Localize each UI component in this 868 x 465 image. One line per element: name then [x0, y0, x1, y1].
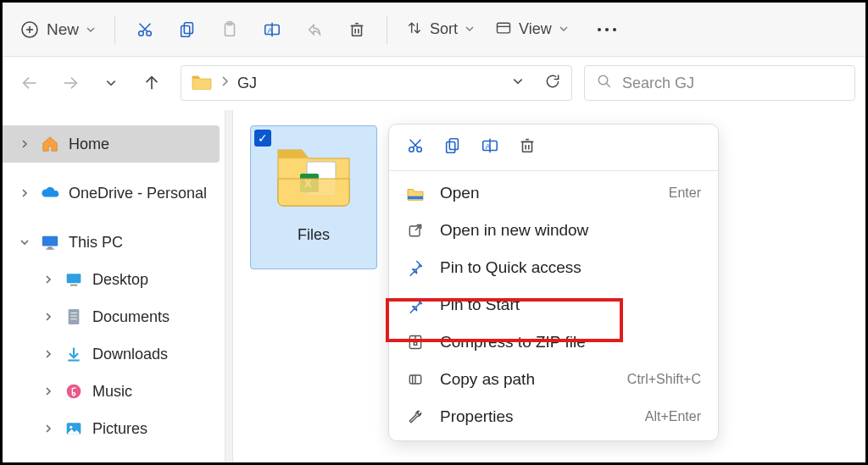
ctx-item-open[interactable]: Open Enter: [389, 174, 718, 212]
ctx-copy-button[interactable]: [443, 136, 462, 158]
ctx-cut-button[interactable]: [406, 136, 425, 158]
ctx-item-open-new-window[interactable]: Open in new window: [389, 212, 718, 249]
sidebar-item-label: Home: [69, 136, 109, 153]
sidebar-item-label: Desktop: [92, 271, 148, 289]
chevron-right-icon: [42, 423, 55, 434]
sidebar-item-documents[interactable]: Documents: [3, 298, 225, 335]
ctx-item-label: Compress to ZIP file: [440, 333, 586, 352]
file-item-label: Files: [298, 226, 330, 244]
sidebar-item-pictures[interactable]: Pictures: [3, 410, 225, 447]
svg-point-29: [598, 75, 608, 85]
breadcrumb-chevron-icon: [220, 75, 229, 91]
pane-divider[interactable]: [225, 110, 233, 462]
svg-line-30: [606, 83, 610, 87]
ctx-item-compress-zip[interactable]: Compress to ZIP file: [389, 324, 718, 361]
plus-circle-icon: [19, 19, 40, 40]
svg-point-23: [598, 28, 601, 31]
chevron-right-icon: [42, 274, 55, 285]
svg-rect-36: [69, 309, 80, 324]
sidebar-item-thispc[interactable]: This PC: [3, 224, 225, 261]
context-menu: A Open Enter Open in new window Pin to Q…: [388, 124, 719, 441]
chevron-down-icon: [86, 20, 96, 39]
svg-point-44: [70, 426, 72, 429]
chevron-down-icon: [559, 22, 569, 37]
ctx-delete-button[interactable]: [518, 136, 537, 158]
pin-icon: [406, 259, 425, 276]
view-label: View: [519, 20, 552, 38]
ctx-item-pin-quick-access[interactable]: Pin to Quick access: [389, 249, 718, 286]
open-folder-icon: [406, 185, 425, 201]
chevron-down-icon: [18, 238, 31, 246]
navigation-pane: Home OneDrive - Personal This PC: [3, 110, 225, 462]
cut-button[interactable]: [125, 15, 164, 44]
copy-button[interactable]: [168, 15, 207, 44]
sidebar-item-label: This PC: [69, 234, 123, 252]
delete-button[interactable]: [337, 15, 376, 44]
file-item-files[interactable]: ✓ X Files: [250, 125, 377, 269]
monitor-icon: [40, 234, 60, 251]
search-input[interactable]: Search GJ: [584, 65, 855, 101]
sidebar-item-onedrive[interactable]: OneDrive - Personal: [3, 174, 225, 212]
ctx-item-properties[interactable]: Properties Alt+Enter: [389, 398, 718, 435]
folder-thumbnail-icon: X: [273, 141, 354, 208]
music-icon: [64, 383, 84, 400]
sidebar-item-label: OneDrive - Personal: [69, 185, 207, 202]
pin-icon: [406, 296, 425, 313]
chevron-right-icon: [18, 188, 31, 198]
recent-locations-button[interactable]: [94, 77, 128, 89]
ctx-item-shortcut: Alt+Enter: [645, 409, 701, 424]
refresh-button[interactable]: [544, 73, 561, 93]
svg-point-25: [613, 28, 616, 31]
back-button[interactable]: [13, 74, 47, 92]
chevron-right-icon: [42, 312, 55, 322]
up-button[interactable]: [135, 74, 169, 92]
copy-path-icon: [406, 371, 425, 388]
pictures-icon: [64, 421, 84, 436]
chevron-right-icon: [18, 139, 31, 149]
ctx-item-label: Properties: [440, 407, 514, 426]
search-icon: [597, 74, 612, 93]
folder-icon: [192, 73, 212, 93]
properties-icon: [406, 408, 425, 425]
share-button[interactable]: [295, 15, 334, 44]
address-dropdown-button[interactable]: [512, 75, 524, 91]
sidebar-item-downloads[interactable]: Downloads: [3, 335, 225, 373]
sort-button[interactable]: Sort: [398, 14, 483, 45]
address-bar[interactable]: GJ: [181, 65, 572, 101]
svg-rect-32: [47, 247, 53, 249]
home-icon: [40, 135, 60, 153]
desktop-icon: [64, 272, 84, 287]
navigation-bar: GJ Search GJ: [3, 57, 865, 109]
ctx-item-pin-start[interactable]: Pin to Start: [389, 286, 718, 324]
sidebar-item-desktop[interactable]: Desktop: [3, 261, 225, 298]
open-new-window-icon: [406, 222, 425, 239]
breadcrumb-current[interactable]: GJ: [237, 75, 257, 92]
svg-rect-7: [184, 22, 192, 33]
separator: [387, 15, 387, 44]
ctx-rename-button[interactable]: A: [481, 136, 499, 158]
more-button[interactable]: [586, 20, 628, 39]
svg-rect-34: [67, 274, 81, 283]
rename-button[interactable]: A: [253, 15, 292, 44]
separator: [114, 15, 115, 44]
new-label: New: [47, 20, 79, 39]
sidebar-item-music[interactable]: Music: [3, 373, 225, 410]
ctx-item-copy-path[interactable]: Copy as path Ctrl+Shift+C: [389, 361, 718, 398]
svg-rect-67: [414, 342, 416, 345]
ctx-item-label: Pin to Quick access: [440, 258, 581, 277]
sidebar-item-home[interactable]: Home: [3, 125, 220, 163]
documents-icon: [64, 308, 84, 325]
view-button[interactable]: View: [487, 14, 577, 45]
svg-text:A: A: [268, 25, 274, 34]
sidebar-item-label: Pictures: [92, 420, 147, 438]
ctx-item-label: Pin to Start: [440, 296, 520, 314]
ctx-item-label: Copy as path: [440, 370, 535, 389]
svg-point-24: [605, 28, 609, 31]
selection-checkmark-icon: ✓: [254, 130, 271, 147]
forward-button[interactable]: [53, 74, 87, 92]
paste-button[interactable]: [210, 15, 249, 44]
sort-icon: [406, 19, 423, 40]
new-button[interactable]: New: [11, 14, 104, 45]
svg-point-42: [67, 385, 81, 399]
svg-point-49: [417, 147, 422, 152]
